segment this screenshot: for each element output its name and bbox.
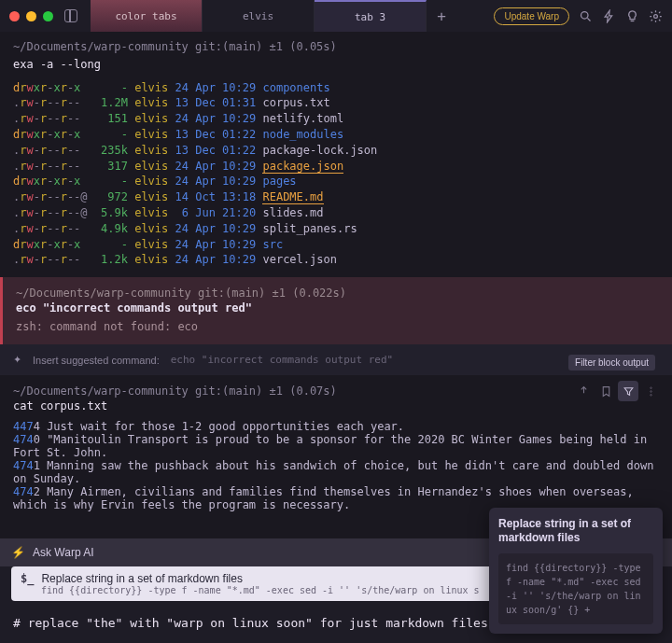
tab-color-tabs[interactable]: color tabs: [91, 0, 203, 32]
share-icon[interactable]: [573, 381, 594, 401]
preview-card: Replace string in a set of markdown file…: [489, 508, 663, 634]
suggest-label: Insert suggested command:: [33, 355, 160, 366]
filter-tooltip: Filter block output: [568, 355, 655, 370]
gear-icon[interactable]: [649, 9, 663, 23]
sparkle-icon: ✦: [13, 354, 21, 366]
ls-row: .rw-r--r-- 235k elvis 13 Dec 01:22 packa…: [13, 143, 659, 159]
ls-row: drwxr-xr-x - elvis 13 Dec 01:22 node_mod…: [13, 127, 659, 143]
bookmark-icon[interactable]: [595, 381, 616, 401]
svg-point-3: [654, 14, 658, 18]
command: cat corpus.txt: [13, 399, 659, 412]
title-bar: color tabs elvis tab 3 + Update Warp: [0, 0, 672, 32]
corpus-output: 4474 Just wait for those 1-2 good opport…: [13, 420, 659, 511]
prompt: ~/Documents/warp-community git:(main) ±1…: [13, 39, 659, 55]
ls-row: .rw-r--r-- 1.2M elvis 13 Dec 01:31 corpu…: [13, 95, 659, 111]
ls-row: .rw-r--r-- 1.2k elvis 24 Apr 10:29 verce…: [13, 252, 659, 268]
ls-row: .rw-r--r-- 317 elvis 24 Apr 10:29 packag…: [13, 159, 659, 175]
prompt: ~/Documents/warp-community git:(main) ±1…: [16, 287, 659, 300]
ls-row: drwxr-xr-x - elvis 24 Apr 10:29 pages: [13, 174, 659, 189]
block-2-error: ~/Documents/warp-community git:(main) ±1…: [0, 277, 672, 344]
tab-bar: color tabs elvis tab 3 +: [91, 0, 494, 32]
toolbar-right: Update Warp: [494, 7, 663, 25]
new-tab-button[interactable]: +: [427, 0, 456, 32]
ask-ai-label: Ask Warp AI: [33, 546, 94, 559]
filter-icon[interactable]: [618, 381, 638, 401]
preview-title: Replace string in a set of markdown file…: [498, 517, 653, 546]
corpus-line: 4741 Manning saw the pushback about his …: [13, 459, 659, 485]
prompt-icon: $_: [21, 572, 34, 585]
bolt-icon[interactable]: [602, 9, 616, 23]
svg-line-1: [587, 18, 590, 21]
command: eco "incorrect commands output red": [16, 301, 659, 315]
corpus-line: 4474 Just wait for those 1-2 good opport…: [13, 420, 659, 433]
block-actions: [573, 381, 661, 401]
bolt-icon: ⚡: [11, 546, 25, 559]
panel-toggle-icon[interactable]: [64, 9, 77, 22]
ls-row: .rw-r--r-- 4.9k elvis 24 Apr 10:29 split…: [13, 221, 659, 237]
bottom-panel: ⚡ Ask Warp AI $_ Replace string in a set…: [0, 538, 672, 643]
suggested-command: echo "incorrect commands output red": [171, 354, 393, 366]
tab-3[interactable]: tab 3: [315, 0, 427, 32]
svg-point-0: [581, 11, 589, 19]
ls-row: .rw-r--r--@ 972 elvis 14 Oct 13:18 READM…: [13, 189, 659, 205]
minimize-window-button[interactable]: [26, 11, 36, 21]
error-output: zsh: command not found: eco: [16, 320, 659, 333]
ls-row: .rw-r--r--@ 5.9k elvis 6 Jun 21:20 slide…: [13, 205, 659, 221]
block-1: ~/Documents/warp-community git:(main) ±1…: [0, 32, 672, 268]
update-warp-button[interactable]: Update Warp: [494, 7, 569, 25]
svg-point-6: [650, 394, 651, 396]
corpus-line: 4740 "Manitoulin Transport is proud to b…: [13, 433, 659, 459]
bulb-icon[interactable]: [625, 9, 639, 23]
ls-row: drwxr-xr-x - elvis 24 Apr 10:29 componen…: [13, 80, 659, 96]
close-window-button[interactable]: [9, 11, 20, 21]
ls-output: drwxr-xr-x - elvis 24 Apr 10:29 componen…: [13, 80, 659, 269]
svg-point-4: [650, 387, 651, 389]
window-controls: [9, 11, 53, 21]
ls-row: .rw-r--r-- 151 elvis 24 Apr 10:29 netlif…: [13, 111, 659, 127]
command: exa -a --long: [13, 57, 659, 73]
search-icon[interactable]: [579, 9, 593, 23]
prompt: ~/Documents/warp-community git:(main) ±1…: [13, 384, 659, 398]
tab-elvis[interactable]: elvis: [203, 0, 315, 32]
more-icon[interactable]: [640, 381, 661, 401]
svg-point-5: [650, 390, 651, 392]
maximize-window-button[interactable]: [43, 11, 53, 21]
block-3: Filter block output ~/Documents/warp-com…: [0, 375, 672, 511]
ls-row: drwxr-xr-x - elvis 24 Apr 10:29 src: [13, 237, 659, 253]
suggestion-title: Replace string in a set of markdown file…: [41, 572, 242, 585]
preview-code: find {{directory}} -type f -name "*.md" …: [498, 553, 653, 624]
